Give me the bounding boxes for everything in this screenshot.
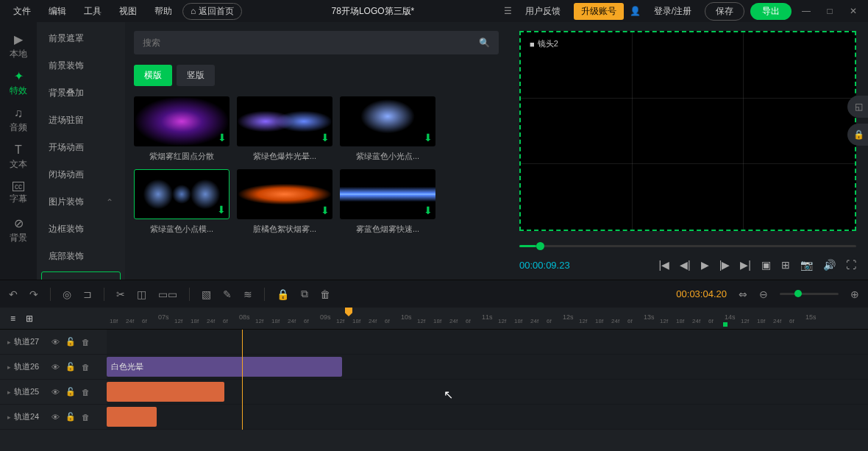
timeline-clip[interactable] [107,407,157,427]
visibility-icon[interactable]: 👁 [51,388,60,397]
copy-icon[interactable]: ⧉ [301,288,308,300]
search-input[interactable] [143,38,479,48]
visibility-icon[interactable]: 👁 [51,413,60,422]
sidebar-item[interactable]: 闭场动画 [37,161,125,188]
track-content[interactable] [107,405,868,429]
menu-file[interactable]: 文件 [6,2,38,21]
trash-icon[interactable]: 🗑 [82,338,90,347]
playhead-marker[interactable] [345,308,352,316]
nav-local[interactable]: ▶ 本地 [0,28,37,65]
gallery-item[interactable]: ⬇ 紫绿蓝色小光点... [340,96,435,162]
mask-icon[interactable]: ▧ [202,288,211,300]
timeline-clip[interactable]: 白色光晕 [107,357,342,377]
download-icon[interactable]: ⬇ [424,132,433,143]
search-box[interactable]: 🔍 [134,31,499,54]
preview-viewport[interactable]: ■ 镜头2 [519,31,856,231]
login-link[interactable]: 登录/注册 [647,2,699,21]
undo-icon[interactable]: ↶ [9,288,18,300]
menu-help[interactable]: 帮助 [147,2,179,21]
range-marker[interactable] [723,322,728,327]
volume-icon[interactable]: 🔊 [823,259,836,271]
lock-icon[interactable]: 🔓 [65,387,76,397]
menu-edit[interactable]: 编辑 [41,2,74,21]
sidebar-item[interactable]: 背景叠加 [37,79,125,107]
trash-icon[interactable]: 🗑 [82,413,90,422]
download-icon[interactable]: ⬇ [321,205,330,216]
gallery-item[interactable]: ⬇ 紫绿蓝色小点模... [134,169,230,235]
download-icon[interactable]: ⬇ [424,205,433,216]
crop-icon[interactable]: ◫ [137,288,146,300]
fullscreen-icon[interactable]: ⛶ [846,259,856,271]
snapshot-icon[interactable]: 📷 [800,259,813,271]
feedback-link[interactable]: 用户反馈 [518,2,568,21]
add-track-icon[interactable]: ⊞ [26,313,33,324]
loop-icon[interactable]: ▣ [761,259,771,271]
sidebar-item[interactable]: 底部装饰 [37,243,125,270]
upgrade-button[interactable]: 升级账号 [574,3,624,20]
prev-clip-icon[interactable]: |◀ [658,259,669,271]
home-button[interactable]: ⌂ 返回首页 [182,3,242,20]
lock-icon[interactable]: 🔓 [65,412,76,422]
group-icon[interactable]: ▭▭ [158,288,177,300]
fit-icon[interactable]: ⇔ [739,288,747,300]
next-clip-icon[interactable]: ▶| [740,259,751,271]
sidebar-item[interactable]: 图片装饰 ⌃ [37,188,125,216]
lock-tool-icon[interactable]: 🔒 [847,124,868,146]
menu-tools[interactable]: 工具 [77,2,109,21]
nav-audio[interactable]: ♫ 音频 [0,102,37,138]
timeline-clip[interactable] [107,382,224,402]
export-button[interactable]: 导出 [750,3,791,20]
close-icon[interactable]: ✕ [844,6,862,16]
magnet-icon[interactable]: ⊐ [83,288,92,300]
delete-icon[interactable]: 🗑 [320,288,330,300]
track-label[interactable]: ▸ 轨道24 [0,405,51,429]
orient-horizontal[interactable]: 横版 [134,65,172,86]
grid-icon[interactable]: ⊞ [781,259,790,271]
gallery-item[interactable]: ⬇ 紫烟雾红圆点分散 [134,96,230,162]
crop-tool-icon[interactable]: ◱ [847,96,868,118]
search-icon[interactable]: 🔍 [479,38,490,48]
maximize-icon[interactable]: □ [821,6,839,16]
trash-icon[interactable]: 🗑 [82,388,90,397]
split-icon[interactable]: ✂ [116,288,125,300]
sidebar-item[interactable]: 边框装饰 [37,216,125,243]
nav-effects[interactable]: ✦ 特效 [0,65,37,102]
zoom-in-icon[interactable]: ⊕ [850,288,859,300]
menu-view[interactable]: 视图 [112,2,144,21]
sidebar-item-active[interactable]: 文字装饰 [41,271,121,280]
download-icon[interactable]: ⬇ [218,132,227,143]
gallery-item[interactable]: ⬇ 雾蓝色烟雾快速... [340,169,435,235]
sidebar-item[interactable]: 开场动画 [37,134,125,161]
track-content[interactable] [107,330,868,354]
redo-icon[interactable]: ↷ [29,288,38,300]
orient-vertical[interactable]: 竖版 [177,65,215,86]
sidebar-item[interactable]: 前景遮罩 [37,25,125,52]
track-content[interactable] [107,380,868,404]
minimize-icon[interactable]: — [797,6,815,16]
prev-frame-icon[interactable]: ◀| [680,259,691,271]
sidebar-item[interactable]: 前景装饰 [37,52,125,79]
lock-icon[interactable]: 🔓 [65,362,76,372]
track-settings-icon[interactable]: ≡ [10,313,15,324]
sidebar-item[interactable]: 进场驻留 [37,107,125,134]
visibility-icon[interactable]: 👁 [51,338,60,347]
nav-subtitle[interactable]: cc 字幕 [0,175,37,212]
play-icon[interactable]: ▶ [701,259,709,271]
nav-background[interactable]: ⊘ 背景 [0,212,37,249]
preview-scrubber[interactable] [519,238,856,253]
target-icon[interactable]: ◎ [63,288,71,300]
save-button[interactable]: 保存 [705,2,744,21]
lock-icon[interactable]: 🔓 [65,337,76,347]
trash-icon[interactable]: 🗑 [82,363,90,372]
zoom-out-icon[interactable]: ⊖ [759,288,768,300]
track-label[interactable]: ▸ 轨道25 [0,380,51,404]
download-icon[interactable]: ⬇ [321,132,330,143]
next-frame-icon[interactable]: |▶ [719,259,730,271]
track-label[interactable]: ▸ 轨道27 [0,330,51,354]
timeline-ruler[interactable]: 07s18f24f6f08s12f18f24f6f09s12f18f24f6f1… [107,308,868,329]
layers-icon[interactable]: ≋ [243,288,252,300]
gallery-item[interactable]: ⬇ 紫绿色爆炸光晕... [237,96,332,162]
visibility-icon[interactable]: 👁 [51,363,60,372]
gallery-item[interactable]: ⬇ 脏橘色絮状烟雾... [237,169,332,235]
track-content[interactable]: 白色光晕 [107,355,868,379]
